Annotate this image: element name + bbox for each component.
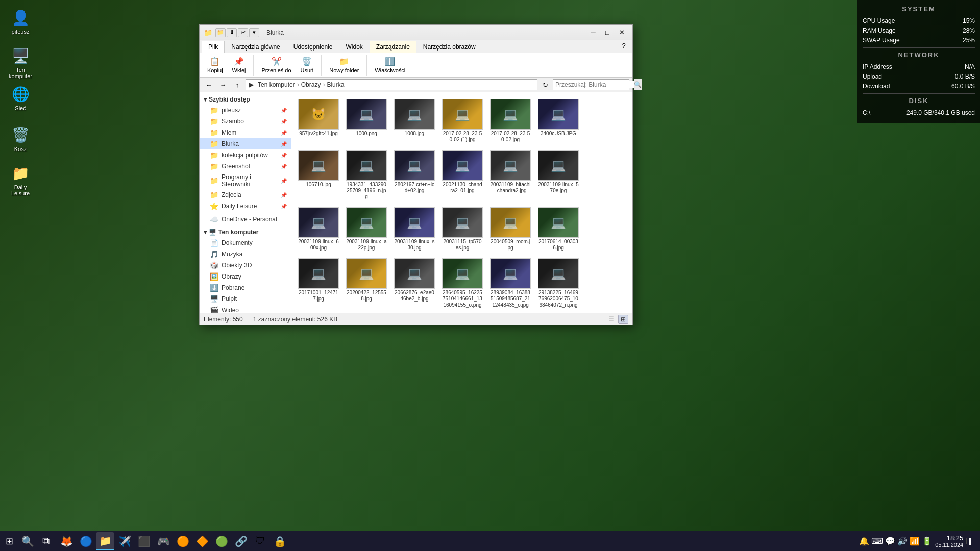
file-item[interactable]: 💻20031109-linux_600x.jpg xyxy=(296,205,341,254)
ribbon-btn-paste[interactable]: 📌 Wklej xyxy=(229,55,250,76)
file-item[interactable]: 💻2017-02-28_23-50-02 (1).jpg xyxy=(439,96,485,145)
tray-wifi[interactable]: 📶 xyxy=(910,536,920,546)
taskbar-app4[interactable]: 🔶 xyxy=(193,532,211,550)
taskbar-app7[interactable]: 🛡 xyxy=(251,532,270,550)
tray-keyboard[interactable]: ⌨ xyxy=(871,536,883,546)
file-item[interactable]: 💻1934331_43329025709_4196_n.jpg xyxy=(344,147,389,203)
sidebar-item-greenshot[interactable]: 📁 Greenshot 📌 xyxy=(200,161,291,172)
file-item[interactable]: 💻20200422_125558.jpg xyxy=(344,256,389,311)
taskbar-edge[interactable]: 🔵 xyxy=(77,532,95,550)
start-button[interactable]: ⊞ xyxy=(0,532,18,550)
sidebar-item-mlem[interactable]: 📁 Mlem 📌 xyxy=(200,127,291,138)
file-item[interactable]: 💻28640595_1622575104146661_1316094155_o.… xyxy=(439,256,485,311)
quick-btn-dropdown[interactable]: ▾ xyxy=(249,28,259,37)
search-input[interactable] xyxy=(553,81,634,88)
file-item[interactable]: 💻29138225_1646976962006475_1068464072_n.… xyxy=(535,256,581,311)
sidebar-item-daily-leisure[interactable]: ⭐ Daily Leisure 📌 xyxy=(200,201,291,212)
taskbar-app5[interactable]: 🟢 xyxy=(212,532,231,550)
taskbar-explorer[interactable]: 📁 xyxy=(96,532,114,550)
file-item[interactable]: 💻20031109_hitachi_chandra2.jpg xyxy=(487,147,533,203)
quick-btn-1[interactable]: 📁 xyxy=(215,28,226,37)
sidebar-item-programy[interactable]: 📁 Programy i Sterowniki 📌 xyxy=(200,172,291,189)
tab-udostepnienie[interactable]: Udostępnienie xyxy=(287,41,339,53)
file-item[interactable]: 💻20031109-linux_s30.jpg xyxy=(391,205,437,254)
desktop-icon-ten-komputer[interactable]: 🖥️ Ten komputer xyxy=(3,43,38,81)
file-item[interactable]: 💻20662876_e2ae046be2_b.jpg xyxy=(391,256,437,311)
grid-view-button[interactable]: ⊞ xyxy=(618,315,628,324)
task-view-button[interactable]: ⧉ xyxy=(37,532,55,550)
ten-komputer-header[interactable]: ▾ 🖥️ Ten komputer xyxy=(200,227,291,237)
file-item[interactable]: 💻20031109-linux_a22p.jpg xyxy=(344,205,389,254)
sidebar-item-muzyka[interactable]: 🎵 Muzyka xyxy=(200,248,291,260)
tab-narzedzia-obrazow[interactable]: Narzędzia obrazów xyxy=(416,41,482,53)
search-button[interactable]: 🔍 xyxy=(18,532,37,550)
ribbon-btn-delete[interactable]: 🗑️ Usuń xyxy=(297,55,317,76)
sidebar-item-onedrive[interactable]: ☁️ OneDrive - Personal xyxy=(200,214,291,225)
file-item[interactable]: 🐱957jrv2gltc41.jpg xyxy=(296,96,341,145)
ribbon-btn-properties[interactable]: ℹ️ Właściwości xyxy=(371,55,409,76)
quick-btn-2[interactable]: ⬇ xyxy=(227,28,237,37)
taskbar-app8[interactable]: 🔒 xyxy=(271,532,289,550)
back-button[interactable]: ← xyxy=(203,79,215,90)
forward-button[interactable]: → xyxy=(217,79,229,90)
tray-volume[interactable]: 🔊 xyxy=(897,536,908,546)
file-item[interactable]: 💻3400cUSB.JPG xyxy=(535,96,581,145)
close-button[interactable]: ✕ xyxy=(615,28,628,38)
up-button[interactable]: ↑ xyxy=(231,79,243,90)
quick-access-header[interactable]: ▾ Szybki dostęp xyxy=(200,94,291,105)
sidebar-item-piteusz[interactable]: 📁 piteusz 📌 xyxy=(200,105,291,116)
desktop-icon-daily-leisure[interactable]: 📁 Daily Leisure xyxy=(3,161,38,198)
file-item[interactable]: 💻20170614_003036.jpg xyxy=(535,205,581,254)
sidebar-item-szambo[interactable]: 📁 Szambo 📌 xyxy=(200,116,291,127)
tab-narzedzia-glowne[interactable]: Narzędzia główne xyxy=(225,41,286,53)
search-box[interactable]: 🔍 xyxy=(553,79,629,90)
desktop-icon-piteusz[interactable]: 👤 piteusz xyxy=(3,5,38,37)
ribbon-help-button[interactable]: ? xyxy=(617,40,630,51)
file-item[interactable]: 💻28939084_1638851509485687_2112448435_o.… xyxy=(487,256,533,311)
file-item[interactable]: 💻106710.jpg xyxy=(296,147,341,203)
tab-plik[interactable]: Plik xyxy=(202,41,225,53)
sidebar-item-pulpit[interactable]: 🖥️ Pulpit xyxy=(200,293,291,305)
sidebar-item-kolekcja[interactable]: 📁 kolekcja pulpitów 📌 xyxy=(200,149,291,161)
tray-battery[interactable]: 🔋 xyxy=(922,536,932,546)
search-submit-button[interactable]: 🔍 xyxy=(634,79,642,90)
sidebar-item-dokumenty[interactable]: 📄 Dokumenty xyxy=(200,237,291,248)
file-item[interactable]: 💻20031115_tp570es.jpg xyxy=(439,205,485,254)
taskbar-app6[interactable]: 🔗 xyxy=(232,532,250,550)
taskbar-telegram[interactable]: ✈️ xyxy=(115,532,134,550)
ribbon-btn-newfolder[interactable]: 📁 Nowy folder xyxy=(326,55,362,76)
sidebar-item-obiekty3d[interactable]: 🎲 Obiekty 3D xyxy=(200,260,291,271)
desktop-icon-kosz[interactable]: 🗑️ Kosz xyxy=(3,122,38,154)
tab-widok[interactable]: Widok xyxy=(339,41,369,53)
taskbar-firefox[interactable]: 🦊 xyxy=(57,532,76,550)
maximize-button[interactable]: □ xyxy=(601,28,614,38)
taskbar-app2[interactable]: 🎮 xyxy=(154,532,173,550)
taskbar-app1[interactable]: ⬛ xyxy=(135,532,153,550)
refresh-button[interactable]: ↻ xyxy=(540,79,551,90)
tab-zarzadzanie[interactable]: Zarządzanie xyxy=(370,41,416,53)
file-item[interactable]: 💻20040509_room.jpg xyxy=(487,205,533,254)
taskbar-app3[interactable]: 🟠 xyxy=(174,532,192,550)
show-desktop-button[interactable]: ▌ xyxy=(966,538,975,544)
tray-chat[interactable]: 💬 xyxy=(885,536,895,546)
minimize-button[interactable]: ─ xyxy=(586,28,600,38)
file-item[interactable]: 💻20021130_chandra2_01.jpg xyxy=(439,147,485,203)
sidebar-item-obrazy[interactable]: 🖼️ Obrazy xyxy=(200,271,291,282)
file-item[interactable]: 💻1000.png xyxy=(344,96,389,145)
list-view-button[interactable]: ☰ xyxy=(606,315,616,324)
file-item[interactable]: 💻2017-02-28_23-50-02.jpg xyxy=(487,96,533,145)
taskbar-clock[interactable]: 18:25 05.11.2024 xyxy=(935,534,963,548)
sidebar-item-pobrane[interactable]: ⬇️ Pobrane xyxy=(200,282,291,293)
file-item[interactable]: 💻2802197-crt+n+lcd+02.jpg xyxy=(391,147,437,203)
sidebar-item-biurka[interactable]: 📁 Biurka 📌 xyxy=(200,138,291,149)
tray-notification[interactable]: 🔔 xyxy=(859,536,869,546)
file-item[interactable]: 💻1008.jpg xyxy=(391,96,437,145)
address-path[interactable]: ▶ Ten komputer › Obrazy › Biurka xyxy=(246,79,537,90)
file-item[interactable]: 💻20171001_124717.jpg xyxy=(296,256,341,311)
sidebar-item-wideo[interactable]: 🎬 Wideo xyxy=(200,305,291,313)
ribbon-btn-copy[interactable]: 📋 Kopiuj xyxy=(204,55,227,76)
file-item[interactable]: 💻20031109-linux_570e.jpg xyxy=(535,147,581,203)
desktop-icon-siec[interactable]: 🌐 Sieć xyxy=(3,82,38,113)
quick-btn-3[interactable]: ✂ xyxy=(238,28,248,37)
sidebar-item-zdjecia[interactable]: 📁 Zdjecia 📌 xyxy=(200,189,291,201)
